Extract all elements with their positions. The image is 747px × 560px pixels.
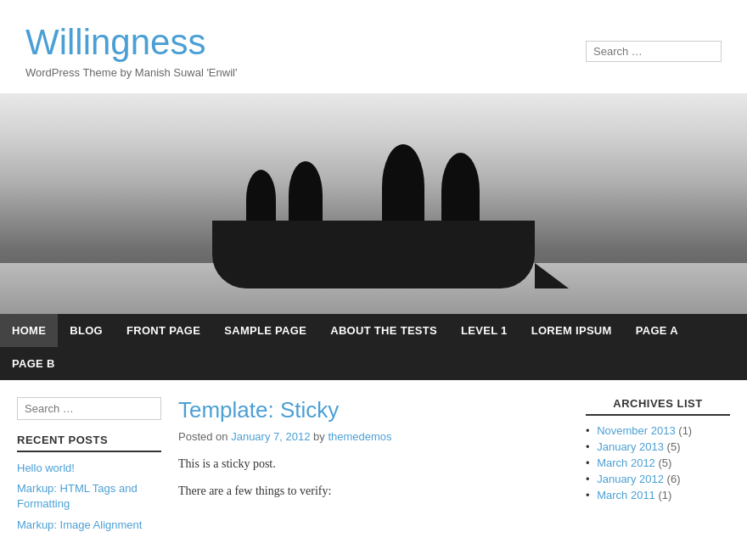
nav-link-home[interactable]: HOME [0,314,58,347]
archive-count-jan2012: (6) [667,473,681,485]
sidebar-search-input[interactable] [17,397,161,420]
list-item: January 2012 (6) [586,473,730,485]
nav-link-level1[interactable]: LEVEL 1 [449,314,520,347]
post-paragraph-1: This is a sticky post. [178,455,569,473]
nav-item-pageb[interactable]: PAGE B [0,347,67,380]
figure-3 [382,144,424,229]
post-paragraph-2: There are a few things to verify: [178,482,569,501]
nav-link-samplepage[interactable]: SAMPLE PAGE [212,314,318,347]
archive-link-jan2012[interactable]: January 2012 [597,473,664,485]
archive-count-mar2011: (1) [658,489,671,501]
nav-link-blog[interactable]: BLOG [58,314,115,347]
archive-count-jan2013: (5) [667,440,681,453]
left-sidebar: RECENT POSTS Hello world! Markup: HTML T… [17,397,161,538]
archive-link-nov2013[interactable]: November 2013 [597,424,676,437]
nav-link-frontpage[interactable]: FRONT PAGE [115,314,212,347]
recent-post-link-2[interactable]: Markup: HTML Tags and Formatting [17,482,138,510]
list-item: January 2013 (5) [586,440,730,453]
nav-item-samplepage[interactable]: SAMPLE PAGE [212,314,318,347]
list-item: Markup: HTML Tags and Formatting [17,481,161,512]
figure-2 [289,161,323,229]
recent-posts-title: RECENT POSTS [17,434,161,452]
archives-list: November 2013 (1) January 2013 (5) March… [586,424,730,501]
site-branding: Willingness WordPress Theme by Manish Su… [25,23,237,78]
header-search-area [586,41,722,62]
post-meta: Posted on January 7, 2012 by themedemos [178,430,569,443]
nav-link-pageb[interactable]: PAGE B [0,347,67,380]
main-nav: HOME BLOG FRONT PAGE SAMPLE PAGE ABOUT T… [0,314,747,380]
recent-post-link-3[interactable]: Markup: Image Alignment [17,518,142,531]
nav-item-level1[interactable]: LEVEL 1 [449,314,520,347]
list-item: Hello world! [17,461,161,476]
nav-link-loremipsum[interactable]: LOREM IPSUM [520,314,624,347]
recent-posts-widget: RECENT POSTS Hello world! Markup: HTML T… [17,434,161,533]
post-author-link[interactable]: themedemos [328,430,391,443]
recent-posts-list: Hello world! Markup: HTML Tags and Forma… [17,461,161,533]
by-label: by [313,430,328,443]
hero-scene [0,93,747,314]
nav-item-frontpage[interactable]: FRONT PAGE [115,314,212,347]
archive-link-jan2013[interactable]: January 2013 [597,440,664,453]
list-item: Markup: Image Alignment [17,518,161,533]
header-search-input[interactable] [586,41,722,62]
main-content: Template: Sticky Posted on January 7, 20… [178,397,569,538]
nav-item-abouttests[interactable]: ABOUT THE TESTS [318,314,449,347]
content-area: RECENT POSTS Hello world! Markup: HTML T… [0,380,747,560]
post-title: Template: Sticky [178,397,569,423]
nav-item-pagea[interactable]: PAGE A [624,314,690,347]
posted-on-label: Posted on [178,430,228,443]
recent-post-link-1[interactable]: Hello world! [17,462,75,474]
nav-item-home[interactable]: HOME [0,314,58,347]
boat-bow [535,263,569,288]
archive-link-mar2011[interactable]: March 2011 [597,489,655,501]
nav-item-loremipsum[interactable]: LOREM IPSUM [520,314,624,347]
site-header: Willingness WordPress Theme by Manish Su… [0,0,747,93]
hero-image [0,93,747,314]
site-tagline: WordPress Theme by Manish Suwal 'Enwil' [25,66,237,79]
nav-item-blog[interactable]: BLOG [58,314,115,347]
page-wrapper: Willingness WordPress Theme by Manish Su… [0,0,747,560]
boat-silhouette [212,221,535,288]
archive-count-mar2012: (5) [658,456,671,469]
right-sidebar: ARCHIVES LIST November 2013 (1) January … [586,397,730,538]
archive-link-mar2012[interactable]: March 2012 [597,456,655,469]
sidebar-search-box [17,397,161,420]
list-item: November 2013 (1) [586,424,730,437]
post-date-link[interactable]: January 7, 2012 [231,430,310,443]
boat-body [212,221,535,288]
site-title[interactable]: Willingness [25,23,237,62]
nav-list: HOME BLOG FRONT PAGE SAMPLE PAGE ABOUT T… [0,314,747,380]
nav-link-pagea[interactable]: PAGE A [624,314,690,347]
archive-count-nov2013: (1) [678,424,692,437]
post-content: This is a sticky post. There are a few t… [178,455,569,501]
figure-4 [441,153,480,229]
list-item: March 2011 (1) [586,489,730,501]
list-item: March 2012 (5) [586,456,730,469]
archives-title: ARCHIVES LIST [586,397,730,416]
nav-link-abouttests[interactable]: ABOUT THE TESTS [318,314,449,347]
